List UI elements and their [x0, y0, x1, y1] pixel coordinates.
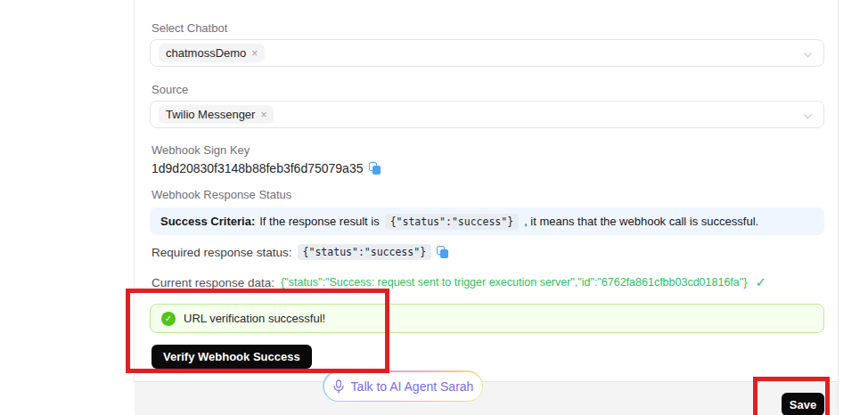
source-tag-label: Twilio Messenger — [166, 108, 255, 121]
url-verification-message: URL verification successful! — [184, 312, 325, 325]
content-left-border — [134, 0, 135, 381]
microphone-icon — [332, 379, 345, 394]
select-chatbot-label: Select Chatbot — [151, 21, 227, 35]
remove-source-tag-icon[interactable]: × — [260, 110, 266, 120]
current-response-value: {"status":"Success: request sent to trig… — [281, 276, 747, 289]
check-circle-icon: ✓ — [161, 312, 176, 326]
source-select[interactable]: Twilio Messenger × — [150, 101, 824, 128]
sign-key-value: 1d9d20830f3148b88feb3f6d75079a35 — [151, 161, 363, 175]
footer-bar — [135, 382, 838, 415]
chatbot-select[interactable]: chatmossDemo × — [150, 39, 824, 67]
chatbot-tag: chatmossDemo × — [159, 44, 265, 62]
response-status-label: Webhook Response Status — [151, 188, 291, 201]
talk-to-agent-button[interactable]: Talk to AI Agent Sarah — [323, 370, 483, 402]
save-button[interactable]: Save — [782, 393, 824, 415]
chatbot-tag-label: chatmossDemo — [166, 46, 246, 60]
required-status-row: Required response status: {"status":"suc… — [151, 244, 449, 260]
success-criteria-text-pre: If the response result is — [259, 215, 379, 228]
required-status-label: Required response status: — [151, 246, 292, 259]
chevron-down-icon — [802, 110, 814, 126]
success-criteria-banner: Success Criteria: If the response result… — [150, 208, 824, 235]
url-verification-alert: ✓ URL verification successful! — [150, 304, 824, 333]
talk-to-agent-label: Talk to AI Agent Sarah — [351, 379, 474, 394]
response-check-icon: ✓ — [755, 274, 766, 290]
success-criteria-text-post: , it means that the webhook call is succ… — [524, 215, 758, 228]
verify-webhook-button[interactable]: Verify Webhook Success — [151, 345, 312, 369]
sign-key-label: Webhook Sign Key — [151, 143, 250, 157]
current-response-row: Current response data: {"status":"Succes… — [151, 274, 766, 290]
webhook-settings-page: Select Chatbot chatmossDemo × Source Twi… — [0, 0, 868, 415]
copy-icon[interactable] — [369, 162, 381, 175]
content-right-border — [838, 0, 839, 415]
talk-to-agent-inner: Talk to AI Agent Sarah — [324, 372, 482, 401]
required-status-code: {"status":"success"} — [298, 244, 431, 260]
source-label: Source — [151, 83, 188, 96]
copy-icon[interactable] — [437, 246, 449, 259]
chevron-down-icon — [802, 48, 814, 64]
remove-chatbot-tag-icon[interactable]: × — [251, 48, 258, 59]
sign-key-row: 1d9d20830f3148b88feb3f6d75079a35 — [151, 161, 381, 175]
success-criteria-title: Success Criteria: — [160, 215, 255, 228]
current-response-label: Current response data: — [151, 276, 274, 289]
success-criteria-code: {"status":"success"} — [385, 214, 519, 230]
source-tag: Twilio Messenger × — [159, 105, 274, 124]
